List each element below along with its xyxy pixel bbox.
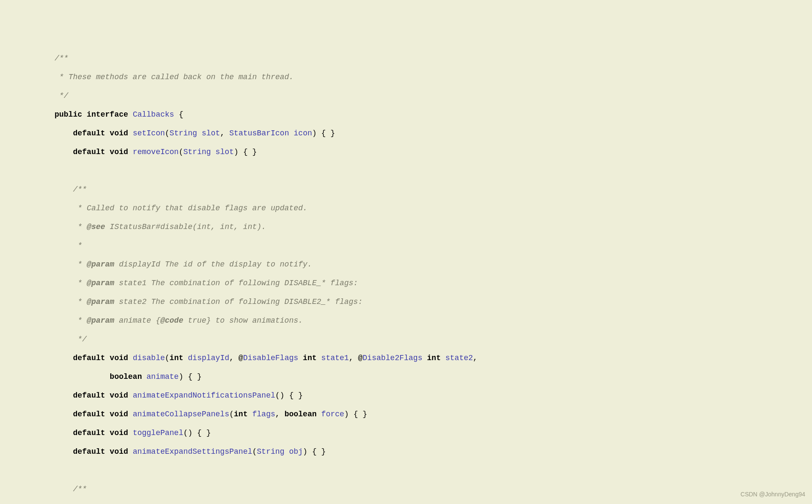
param-name: displayId — [188, 354, 229, 362]
method-name: animateExpandNotificationsPanel — [133, 391, 275, 400]
keyword-int: int — [234, 410, 248, 418]
param-type: String — [257, 447, 285, 456]
keyword-default: default — [73, 391, 105, 400]
comment: * Called to notify that disable flags ar… — [36, 204, 307, 212]
param-name: force — [321, 410, 344, 418]
method-name: setIcon — [133, 129, 165, 137]
annotation: Disable2Flags — [363, 354, 422, 362]
keyword-interface: interface — [87, 110, 128, 119]
method-name: disable — [133, 354, 165, 362]
keyword-default: default — [73, 354, 105, 362]
keyword-default: default — [73, 447, 105, 456]
method-name: animateExpandSettingsPanel — [133, 447, 252, 456]
keyword-void: void — [110, 148, 128, 156]
type-name: Callbacks — [133, 110, 174, 119]
keyword-void: void — [110, 354, 128, 362]
comment: * @param state2 The combination of follo… — [36, 298, 363, 306]
code-block: /** * These methods are called back on t… — [0, 44, 812, 504]
param-name: state1 — [321, 354, 349, 362]
annotation: DisableFlags — [243, 354, 298, 362]
comment: * @param state1 The combination of follo… — [36, 279, 358, 287]
keyword-void: void — [110, 447, 128, 456]
keyword-boolean: boolean — [284, 410, 317, 418]
method-name: togglePanel — [133, 429, 183, 437]
keyword-default: default — [73, 429, 105, 437]
keyword-int: int — [427, 354, 440, 362]
keyword-boolean: boolean — [110, 372, 142, 381]
param-type: String — [183, 148, 211, 156]
keyword-default: default — [73, 148, 105, 156]
comment: */ — [36, 335, 87, 344]
comment: * @param displayId The id of the display… — [36, 260, 312, 269]
comment: /** — [36, 54, 69, 63]
comment: /** — [36, 485, 87, 493]
param-name: slot — [215, 148, 234, 156]
param-type: StatusBarIcon — [229, 129, 289, 137]
keyword-public: public — [54, 110, 82, 119]
comment: * @see IStatusBar#disable(int, int, int)… — [36, 223, 266, 231]
keyword-void: void — [110, 429, 128, 437]
comment: /** — [36, 185, 87, 194]
param-name: animate — [146, 372, 179, 381]
param-name: obj — [289, 447, 303, 456]
param-type: String — [169, 129, 197, 137]
keyword-int: int — [169, 354, 183, 362]
param-name: icon — [294, 129, 312, 137]
comment: */ — [36, 92, 69, 100]
param-name: flags — [252, 410, 275, 418]
keyword-void: void — [110, 410, 128, 418]
comment: * These methods are called back on the m… — [36, 73, 294, 81]
keyword-int: int — [303, 354, 317, 362]
method-name: removeIcon — [133, 148, 179, 156]
comment: * @param animate {@code true} to show an… — [36, 316, 303, 325]
param-name: slot — [202, 129, 220, 137]
param-name: state2 — [446, 354, 473, 362]
comment: * — [36, 241, 82, 250]
keyword-void: void — [110, 129, 128, 137]
keyword-default: default — [73, 129, 105, 137]
keyword-void: void — [110, 391, 128, 400]
method-name: animateCollapsePanels — [133, 410, 229, 418]
watermark-text: CSDN @JohnnyDeng94 — [741, 490, 805, 499]
keyword-default: default — [73, 410, 105, 418]
